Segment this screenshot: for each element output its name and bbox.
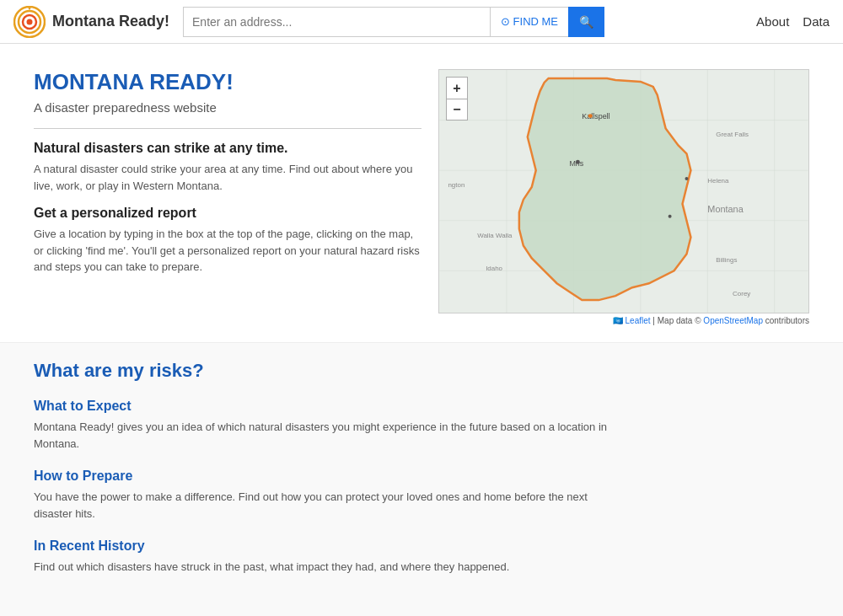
about-nav-link[interactable]: About	[756, 11, 789, 32]
search-container: ⊙ FIND ME 🔍	[183, 7, 604, 37]
map-container: + −	[438, 69, 809, 325]
svg-text:ngton: ngton	[448, 181, 464, 189]
svg-text:Helena: Helena	[707, 177, 729, 185]
risk-desc-2: Find out which disasters have struck in …	[34, 559, 624, 576]
data-nav-link[interactable]: Data	[803, 11, 830, 32]
zoom-in-button[interactable]: +	[446, 77, 468, 99]
hero-divider	[34, 128, 422, 129]
svg-text:Montana: Montana	[707, 204, 744, 214]
svg-point-27	[685, 177, 688, 180]
logo-icon	[13, 6, 46, 38]
location-icon: ⊙	[501, 15, 510, 28]
svg-text:Great Falls: Great Falls	[716, 131, 749, 138]
risk-desc-1: You have the power to make a difference.…	[34, 489, 624, 522]
map-controls: + −	[446, 77, 468, 121]
find-me-button[interactable]: ⊙ FIND ME	[490, 7, 568, 37]
svg-text:Walla Walla: Walla Walla	[477, 232, 513, 239]
zoom-out-button[interactable]: −	[446, 99, 468, 121]
search-icon: 🔍	[579, 15, 593, 29]
brand-name: Montana Ready!	[52, 13, 169, 30]
navbar: Montana Ready! ⊙ FIND ME 🔍 About Data	[0, 0, 843, 44]
hero-section1-title: Natural disasters can strike at any time…	[34, 141, 422, 156]
address-input[interactable]	[183, 7, 490, 37]
leaflet-link[interactable]: Leaflet	[626, 316, 651, 325]
risk-title-1[interactable]: How to Prepare	[34, 469, 132, 484]
hero-subtitle: A disaster preparedness website	[34, 100, 422, 115]
risk-title-0[interactable]: What to Expect	[34, 399, 132, 414]
risk-title-2[interactable]: In Recent History	[34, 538, 145, 554]
risk-item-2: In Recent History Find out which disaste…	[34, 538, 809, 576]
svg-text:Billings: Billings	[716, 256, 737, 264]
svg-point-25	[588, 114, 593, 118]
hero-section: MONTANA READY! A disaster preparedness w…	[0, 44, 843, 342]
map-attribution: 🇺🇳 Leaflet | Map data © OpenStreetMap co…	[438, 316, 809, 325]
risks-section: What are my risks? What to Expect Montan…	[0, 342, 843, 616]
svg-text:Corey: Corey	[733, 290, 750, 297]
brand: Montana Ready!	[13, 6, 169, 38]
svg-point-26	[576, 160, 580, 164]
risk-item-1: How to Prepare You have the power to mak…	[34, 469, 809, 522]
osm-link[interactable]: OpenStreetMap	[703, 316, 763, 325]
hero-section2-text: Give a location by typing in the box at …	[34, 226, 422, 276]
svg-text:Kallspell: Kallspell	[582, 112, 609, 121]
risks-section-title: What are my risks?	[34, 360, 809, 382]
svg-text:Idaho: Idaho	[486, 265, 502, 272]
svg-point-28	[668, 215, 672, 218]
search-button[interactable]: 🔍	[568, 7, 604, 37]
hero-section2-title: Get a personalized report	[34, 206, 422, 221]
map-svg: Kallspell Mns Montana ngton Walla Walla …	[439, 70, 808, 313]
risk-item-0: What to Expect Montana Ready! gives you …	[34, 399, 809, 452]
nav-links: About Data	[756, 11, 830, 32]
map-box[interactable]: + −	[438, 69, 809, 313]
hero-title: MONTANA READY!	[34, 69, 422, 95]
hero-section1-text: A natural disaster could strike your are…	[34, 161, 422, 194]
hero-text: MONTANA READY! A disaster preparedness w…	[34, 69, 422, 325]
risk-desc-0: Montana Ready! gives you an idea of whic…	[34, 419, 624, 452]
main-content: MONTANA READY! A disaster preparedness w…	[0, 44, 843, 616]
svg-point-3	[27, 19, 33, 24]
